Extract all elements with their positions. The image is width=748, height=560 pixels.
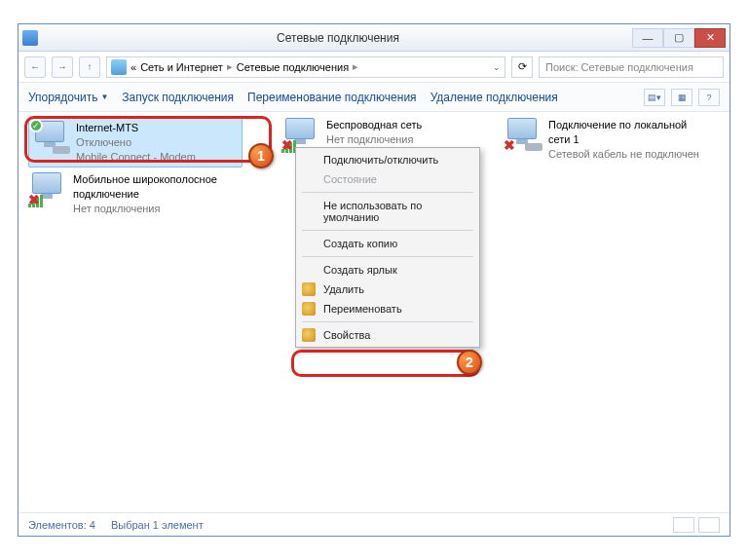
titlebar: Сетевые подключения — ▢ ✕ — [19, 24, 729, 52]
menu-no-default[interactable]: Не использовать по умолчанию — [296, 196, 479, 227]
app-icon — [22, 30, 38, 46]
chevron-down-icon: ▼ — [100, 93, 108, 101]
start-connection-button[interactable]: Запуск подключения — [122, 91, 234, 104]
window-title: Сетевые подключения — [44, 31, 632, 45]
connection-status: Отключено — [76, 135, 196, 150]
close-button[interactable]: ✕ — [694, 28, 726, 48]
lan-icon: ✖ — [504, 118, 542, 153]
forward-button[interactable]: → — [52, 56, 73, 78]
details-pane-button[interactable]: ▦ — [671, 89, 692, 106]
location-icon — [111, 59, 127, 75]
modem-icon: ✓ — [31, 121, 70, 156]
delete-connection-button[interactable]: Удаление подключения — [430, 91, 558, 104]
shield-icon — [302, 302, 316, 316]
connection-mobile-broadband[interactable]: ✖ Мобильное широкополосное подключение Н… — [28, 172, 243, 216]
breadcrumb-prefix: « — [131, 61, 136, 73]
connection-status: Сетевой кабель не подключен — [548, 147, 708, 162]
shield-icon — [302, 328, 316, 342]
address-bar: ← → ↑ « Сеть и Интернет ▸ Сетевые подклю… — [19, 52, 729, 83]
connection-device: Mobile Connect - Modem — [76, 150, 196, 165]
back-button[interactable]: ← — [24, 56, 46, 78]
organize-button[interactable]: Упорядочить ▼ — [28, 91, 108, 104]
help-button[interactable]: ? — [698, 89, 720, 106]
content-area: ✓ Internet-MTS Отключено Mobile Connect … — [19, 112, 729, 507]
menu-separator — [302, 321, 473, 322]
connection-status: Нет подключения — [73, 202, 243, 216]
error-icon: ✖ — [504, 137, 515, 153]
check-icon: ✓ — [29, 119, 43, 132]
connection-status: Нет подключения — [326, 132, 422, 147]
connection-internet-mts[interactable]: ✓ Internet-MTS Отключено Mobile Connect … — [28, 118, 243, 168]
annotation-marker-1: 1 — [248, 143, 274, 168]
context-menu: Подключить/отключить Состояние Не исполь… — [295, 147, 480, 348]
maximize-button[interactable]: ▢ — [663, 28, 694, 48]
error-icon: ✖ — [281, 137, 293, 153]
window-network-connections: Сетевые подключения — ▢ ✕ ← → ↑ « Сеть и… — [18, 23, 730, 537]
view-large-icons-button[interactable] — [673, 517, 694, 533]
menu-separator — [302, 230, 473, 231]
annotation-marker-2: 2 — [457, 350, 482, 375]
status-count: Элементов: 4 — [28, 519, 95, 531]
chevron-right-icon: ▸ — [353, 60, 358, 73]
menu-create-shortcut[interactable]: Создать ярлык — [296, 260, 479, 280]
chevron-down-icon[interactable]: ⌄ — [493, 62, 501, 72]
shield-icon — [302, 282, 316, 296]
connection-name: Internet-MTS — [76, 121, 196, 135]
menu-properties[interactable]: Свойства — [296, 325, 479, 345]
chevron-right-icon: ▸ — [227, 60, 233, 73]
error-icon: ✖ — [28, 192, 40, 207]
connection-lan[interactable]: ✖ Подключение по локальной сети 1 Сетево… — [504, 118, 708, 162]
breadcrumb-root[interactable]: Сеть и Интернет — [140, 61, 223, 73]
breadcrumb-current[interactable]: Сетевые подключения — [237, 61, 349, 73]
rename-connection-button[interactable]: Переименование подключения — [247, 91, 417, 104]
menu-separator — [302, 256, 473, 257]
view-options-button[interactable]: ▤▾ — [644, 89, 665, 106]
minimize-button[interactable]: — — [632, 28, 663, 48]
toolbar: Упорядочить ▼ Запуск подключения Переиме… — [19, 83, 729, 112]
menu-create-copy[interactable]: Создать копию — [296, 234, 479, 253]
menu-rename[interactable]: Переименовать — [296, 299, 479, 318]
menu-connect-disconnect[interactable]: Подключить/отключить — [296, 150, 479, 169]
connection-name: Беспроводная сеть — [326, 118, 422, 132]
menu-separator — [302, 192, 473, 193]
wifi-icon: ✖ — [28, 172, 67, 207]
statusbar: Элементов: 4 Выбран 1 элемент — [19, 512, 729, 536]
annotation-highlight-2 — [291, 350, 480, 377]
breadcrumb[interactable]: « Сеть и Интернет ▸ Сетевые подключения … — [106, 56, 505, 78]
menu-delete[interactable]: Удалить — [296, 280, 479, 299]
connection-name: Мобильное широкополосное подключение — [73, 172, 243, 202]
view-details-button[interactable] — [698, 517, 720, 533]
menu-status: Состояние — [296, 169, 479, 189]
connection-name: Подключение по локальной сети 1 — [548, 118, 708, 147]
search-input[interactable]: Поиск: Сетевые подключения — [539, 56, 724, 78]
up-button[interactable]: ↑ — [79, 56, 100, 78]
refresh-button[interactable]: ⟳ — [511, 56, 533, 78]
status-selected: Выбран 1 элемент — [111, 519, 204, 531]
